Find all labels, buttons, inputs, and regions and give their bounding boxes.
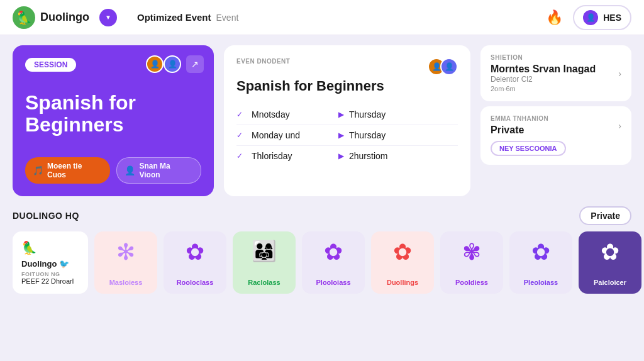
hq-card: 🦜 Duolingo 🐦 FOITUON NG PEEF 22 Dhroarl [13, 231, 88, 294]
user-avatar: 👤 [583, 10, 598, 25]
user-button[interactable]: 👤 HES [573, 5, 631, 30]
header: 🦜 Duolingo ▼ Optimized Event Event 🔥 👤 H… [0, 0, 644, 35]
class-icon-1: ✿ [186, 239, 204, 265]
session-title: Spanish for Beginners [25, 92, 201, 136]
dropdown-button[interactable]: ▼ [99, 9, 117, 26]
bottom-section: DUOLINGO HQ Private 🦜 Duolingo 🐦 FOITUON… [13, 206, 631, 294]
info-card-2: EMMA TNHANION Private › NEY SESCOONIA [480, 106, 631, 165]
private-button[interactable]: Private [579, 206, 631, 225]
nav-optimized-event: Optimized Event [137, 12, 211, 23]
user-label: HES [603, 13, 621, 23]
event-detail-card: EVEN DNODENT 👤 👤 Spanish for Beginners ✓… [224, 45, 470, 196]
class-card-5[interactable]: ✾ Pooldiess [440, 231, 503, 294]
hq-value: PEEF 22 Dhroarl [21, 277, 79, 285]
class-name-2: Raclolass [248, 279, 280, 286]
class-card-1[interactable]: ✿ Rooloclass [164, 231, 226, 294]
check-3: ✓ [236, 152, 247, 160]
class-card-3[interactable]: ✿ Plooloiass [302, 231, 365, 294]
session-card-icons: 👤 👤 ↗ [146, 55, 204, 73]
tag-label-1: Moeen tie Cuos [47, 162, 103, 179]
tag-icon-2: 👤 [125, 165, 135, 175]
event-label: EVEN DNODENT [236, 58, 290, 65]
time-3: 2hurstiom [349, 151, 387, 161]
info-subtitle-1: Deientor Cl2 [491, 75, 596, 84]
schedule-row-3: ✓ Thlorisday ▶ 2hurstiom [236, 146, 458, 166]
check-1: ✓ [236, 110, 247, 119]
class-name-5: Pooldiess [455, 279, 488, 286]
day-3: Thlorisday [252, 151, 333, 161]
session-card: SESSION 👤 👤 ↗ Spanish for Beginners 🎵 Mo… [13, 45, 214, 196]
info-chevron-1[interactable]: › [618, 69, 621, 79]
info-chevron-2[interactable]: › [618, 121, 621, 131]
classes-row: 🦜 Duolingo 🐦 FOITUON NG PEEF 22 Dhroarl … [13, 231, 631, 294]
day-2: Monday und [252, 130, 333, 140]
class-card-2[interactable]: 👨‍👩‍👧 Raclolass [233, 231, 296, 294]
time-1: Thursday [349, 109, 386, 119]
class-icon-6: ✿ [531, 239, 550, 265]
class-icon-5: ✾ [462, 239, 481, 265]
header-right: 🔥 👤 HES [546, 5, 631, 30]
info-title-1: Morntes Srvan Inagad [491, 64, 596, 75]
event-avatars: 👤 👤 [428, 58, 458, 75]
info-cards: SHIETION Morntes Srvan Inagad Deientor C… [480, 45, 631, 196]
hq-logo: 🦜 [21, 240, 79, 255]
class-icon-2: 👨‍👩‍👧 [252, 239, 277, 263]
header-nav: Optimized Event Event [137, 12, 238, 23]
day-1: Mnotsday [252, 109, 333, 119]
info-card-1-header: SHIETION Morntes Srvan Inagad Deientor C… [491, 54, 621, 92]
class-card-7[interactable]: ✿ Paicloicer [579, 231, 641, 294]
session-tag-2[interactable]: 👤 Snan Ma Vioon [116, 157, 201, 184]
class-icon-4: ✿ [393, 239, 412, 265]
class-name-1: Rooloclass [177, 279, 214, 286]
arrow-2: ▶ [338, 131, 344, 140]
class-card-0[interactable]: ✻ Masloiess [94, 231, 157, 294]
info-card-1: SHIETION Morntes Srvan Inagad Deientor C… [480, 45, 631, 101]
class-card-6[interactable]: ✿ Pleoloiass [509, 231, 572, 294]
class-icon-3: ✿ [324, 239, 343, 265]
logo-text: Duolingo [40, 11, 89, 24]
class-name-3: Plooloiass [316, 279, 350, 286]
info-badge-2[interactable]: NEY SESCOONIA [491, 141, 566, 156]
class-icon-0: ✻ [116, 239, 135, 265]
event-avatar-2: 👤 [440, 58, 458, 75]
time-2: Thursday [349, 130, 386, 140]
info-title-2: Private [491, 125, 548, 136]
bottom-header: DUOLINGO HQ Private [13, 206, 631, 225]
info-card-2-header: EMMA TNHANION Private › [491, 115, 621, 136]
event-header: EVEN DNODENT 👤 👤 [236, 58, 458, 75]
schedule-row-2: ✓ Monday und ▶ Thursday [236, 125, 458, 146]
class-name-4: Duollings [387, 279, 418, 286]
info-time-1: 2om·6m [491, 85, 596, 92]
info-label-2: EMMA TNHANION [491, 115, 548, 122]
arrow-1: ▶ [338, 110, 344, 119]
tag-icon-1: 🎵 [33, 165, 43, 175]
arrow-3: ▶ [338, 152, 344, 160]
class-name-6: Pleoloiass [524, 279, 558, 286]
class-card-4[interactable]: ✿ Duollings [371, 231, 434, 294]
nav-event-label: Event [216, 13, 239, 23]
info-card-2-content: EMMA TNHANION Private [491, 115, 548, 136]
event-title: Spanish for Beginners [236, 78, 458, 94]
logo-area: 🦜 Duolingo [13, 6, 89, 29]
schedule-list: ✓ Mnotsday ▶ Thursday ✓ Monday und ▶ Thu… [236, 104, 458, 166]
tag-label-2: Snan Ma Vioon [139, 162, 193, 179]
session-tag-1[interactable]: 🎵 Moeen tie Cuos [25, 157, 110, 184]
session-bottom: 🎵 Moeen tie Cuos 👤 Snan Ma Vioon [25, 157, 201, 184]
session-badge: SESSION [25, 58, 76, 72]
bottom-title: DUOLINGO HQ [13, 211, 79, 221]
class-name-7: Paicloicer [594, 279, 626, 286]
streak-icon: 🔥 [546, 9, 563, 26]
top-row: SESSION 👤 👤 ↗ Spanish for Beginners 🎵 Mo… [13, 45, 631, 196]
info-card-1-content: SHIETION Morntes Srvan Inagad Deientor C… [491, 54, 596, 92]
class-icon-7: ✿ [601, 239, 619, 265]
avatar-1: 👤 [146, 55, 164, 73]
hq-name: Duolingo 🐦 [21, 259, 79, 269]
class-name-0: Masloiess [109, 279, 143, 286]
check-2: ✓ [236, 131, 247, 140]
main-content: SESSION 👤 👤 ↗ Spanish for Beginners 🎵 Mo… [0, 35, 644, 304]
chart-icon[interactable]: ↗ [186, 55, 204, 73]
info-label-1: SHIETION [491, 54, 596, 61]
hq-label: FOITUON NG [21, 271, 79, 277]
schedule-row-1: ✓ Mnotsday ▶ Thursday [236, 104, 458, 125]
logo-icon: 🦜 [13, 6, 35, 29]
